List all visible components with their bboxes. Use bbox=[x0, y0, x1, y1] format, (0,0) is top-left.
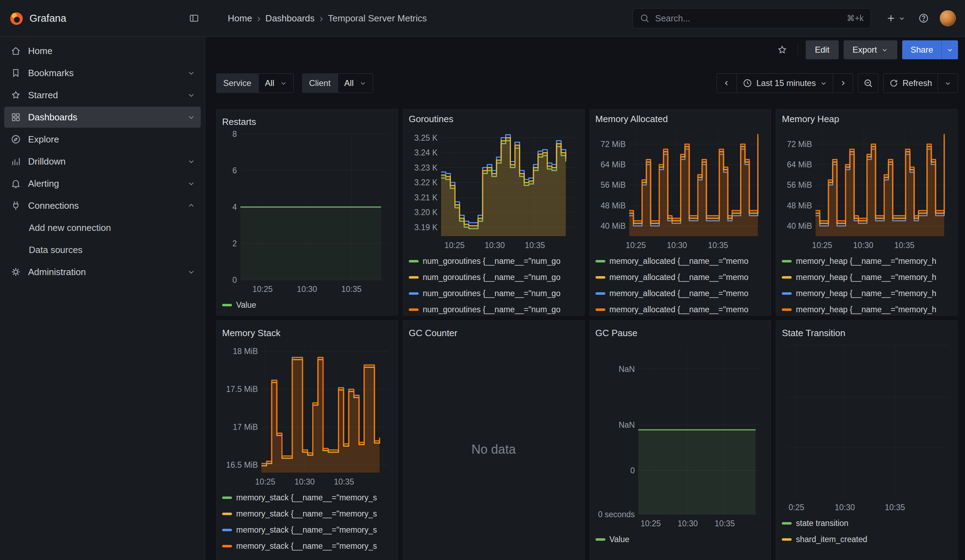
svg-text:16.5 MiB: 16.5 MiB bbox=[226, 460, 258, 469]
legend-item[interactable]: num_goroutines {__name__="num_go bbox=[409, 288, 579, 299]
legend-item[interactable]: memory_heap {__name__="memory_h bbox=[782, 256, 952, 266]
help-icon bbox=[918, 13, 929, 24]
panel-legend: memory_stack {__name__="memory_smemory_s… bbox=[222, 492, 392, 551]
sidebar-item-connections[interactable]: Connections bbox=[4, 195, 201, 216]
panel-title[interactable]: Memory Allocated bbox=[595, 114, 765, 124]
panel-title[interactable]: Goroutines bbox=[409, 114, 579, 124]
legend-item[interactable]: memory_allocated {__name__="memo bbox=[595, 272, 765, 282]
chart-area[interactable]: 40 MiB48 MiB56 MiB64 MiB72 MiB10:2510:30… bbox=[595, 124, 765, 251]
legend-item[interactable]: state transition bbox=[782, 518, 952, 528]
legend-item[interactable]: memory_allocated {__name__="memo bbox=[595, 288, 765, 299]
legend-item[interactable]: Value bbox=[595, 534, 765, 545]
home-icon bbox=[10, 46, 21, 56]
chevron-down-icon bbox=[898, 15, 905, 22]
dock-menu-toggle-button[interactable] bbox=[186, 11, 202, 26]
chevron-down-icon bbox=[187, 158, 195, 165]
svg-text:0: 0 bbox=[232, 276, 237, 284]
sidebar-item-label: Explore bbox=[28, 134, 59, 145]
chart-area[interactable]: 16.5 MiB17 MiB17.5 MiB18 MiB10:2510:3010… bbox=[222, 341, 392, 487]
legend-item[interactable]: memory_stack {__name__="memory_s bbox=[222, 524, 392, 535]
legend-color-bar bbox=[782, 522, 792, 524]
panel-title[interactable]: Restarts bbox=[222, 114, 392, 130]
sidebar-item-add-new-connection[interactable]: Add new connection bbox=[4, 217, 201, 238]
legend-color-bar bbox=[222, 513, 232, 515]
sidebar-item-dashboards[interactable]: Dashboards bbox=[4, 107, 201, 128]
variable-value-dropdown[interactable]: All bbox=[338, 73, 373, 93]
svg-text:4: 4 bbox=[232, 202, 237, 212]
share-caret-button[interactable] bbox=[942, 40, 958, 59]
legend-label: memory_stack {__name__="memory_s bbox=[236, 509, 377, 519]
time-forward-button[interactable] bbox=[833, 73, 853, 93]
help-button[interactable] bbox=[916, 11, 931, 26]
legend-item[interactable]: memory_allocated {__name__="memo bbox=[595, 304, 765, 315]
breadcrumb-item-dashboards[interactable]: Dashboards bbox=[265, 13, 314, 24]
refresh-button[interactable]: Refresh bbox=[883, 73, 938, 93]
legend-color-bar bbox=[222, 496, 232, 499]
export-button[interactable]: Export bbox=[844, 40, 897, 59]
breadcrumb-item-home[interactable]: Home bbox=[228, 13, 252, 24]
legend-label: memory_heap {__name__="memory_h bbox=[796, 273, 936, 282]
chart-area[interactable]: 0:2510:3010:35 bbox=[782, 341, 952, 513]
legend-item[interactable]: memory_stack {__name__="memory_s bbox=[222, 508, 392, 519]
star-icon bbox=[777, 44, 787, 55]
svg-text:10:35: 10:35 bbox=[342, 284, 362, 294]
avatar[interactable] bbox=[940, 10, 956, 26]
chart-area[interactable]: 40 MiB48 MiB56 MiB64 MiB72 MiB10:2510:30… bbox=[782, 124, 952, 251]
legend-item[interactable]: shard_item_created bbox=[782, 534, 952, 545]
sidebar-item-bookmarks[interactable]: Bookmarks bbox=[4, 62, 201, 83]
legend-item[interactable]: memory_heap {__name__="memory_h bbox=[782, 304, 952, 315]
edit-button[interactable]: Edit bbox=[806, 40, 838, 59]
legend-item[interactable]: memory_heap {__name__="memory_h bbox=[782, 288, 952, 299]
panel-title[interactable]: GC Counter bbox=[409, 325, 579, 341]
favorite-star-button[interactable] bbox=[774, 42, 790, 57]
legend-item[interactable]: memory_stack {__name__="memory_s bbox=[222, 492, 392, 503]
legend-item[interactable]: num_goroutines {__name__="num_go bbox=[409, 272, 579, 282]
new-button[interactable] bbox=[883, 13, 908, 24]
export-label: Export bbox=[853, 45, 877, 55]
legend-label: memory_heap {__name__="memory_h bbox=[796, 256, 936, 266]
svg-text:10:25: 10:25 bbox=[255, 477, 275, 486]
legend-item[interactable]: memory_heap {__name__="memory_h bbox=[782, 272, 952, 282]
breadcrumb-separator: › bbox=[257, 13, 260, 23]
sidebar-item-drilldown[interactable]: Drilldown bbox=[4, 151, 201, 172]
panel-title[interactable]: Memory Stack bbox=[222, 325, 392, 341]
sidebar-item-label: Add new connection bbox=[29, 222, 111, 233]
panel-title[interactable]: GC Pause bbox=[595, 325, 765, 341]
grafana-logo-icon[interactable] bbox=[9, 11, 24, 26]
time-back-button[interactable] bbox=[717, 73, 736, 93]
chevron-down-icon bbox=[946, 46, 954, 53]
variable-value: All bbox=[344, 78, 354, 88]
sidebar-item-administration[interactable]: Administration bbox=[4, 261, 201, 282]
chart-area[interactable]: 3.19 K3.20 K3.21 K3.22 K3.23 K3.24 K3.25… bbox=[409, 124, 579, 251]
panel-title[interactable]: State Transition bbox=[782, 325, 952, 341]
legend-item[interactable]: num_goroutines {__name__="num_go bbox=[409, 256, 579, 266]
panel-title[interactable]: Memory Heap bbox=[782, 114, 952, 124]
chart-area[interactable]: 0246810:2510:3010:35 bbox=[222, 130, 392, 295]
legend-item[interactable]: Value bbox=[222, 300, 392, 310]
variable-value: All bbox=[265, 78, 275, 88]
svg-text:3.24 K: 3.24 K bbox=[414, 148, 438, 157]
time-range-button[interactable]: Last 15 minutes bbox=[736, 73, 833, 93]
share-split-button: Share bbox=[902, 40, 958, 59]
chevron-down-icon bbox=[881, 46, 888, 53]
sidebar-item-home[interactable]: Home bbox=[4, 40, 201, 61]
chart-area[interactable]: NaNNaN00 seconds10:2510:3010:35 bbox=[595, 341, 765, 529]
search-input[interactable] bbox=[654, 13, 842, 24]
variable-value-dropdown[interactable]: All bbox=[258, 73, 294, 93]
svg-text:0: 0 bbox=[630, 466, 635, 475]
legend-color-bar bbox=[409, 309, 419, 311]
sidebar-item-data-sources[interactable]: Data sources bbox=[4, 239, 201, 260]
svg-text:72 MiB: 72 MiB bbox=[600, 140, 626, 149]
search-box[interactable]: ⌘+k bbox=[632, 8, 871, 28]
zoom-out-button[interactable] bbox=[858, 73, 878, 93]
share-button[interactable]: Share bbox=[902, 40, 942, 59]
legend-item[interactable]: memory_allocated {__name__="memo bbox=[595, 256, 765, 266]
svg-text:6: 6 bbox=[232, 166, 237, 175]
refresh-caret-button[interactable] bbox=[938, 73, 958, 93]
panel-gc-pause: GC PauseNaNNaN00 seconds10:2510:3010:35V… bbox=[589, 320, 771, 560]
legend-item[interactable]: memory_stack {__name__="memory_s bbox=[222, 541, 392, 551]
legend-item[interactable]: num_goroutines {__name__="num_go bbox=[409, 304, 579, 315]
sidebar-item-alerting[interactable]: Alerting bbox=[4, 173, 201, 194]
sidebar-item-explore[interactable]: Explore bbox=[4, 129, 201, 150]
sidebar-item-starred[interactable]: Starred bbox=[4, 85, 201, 106]
